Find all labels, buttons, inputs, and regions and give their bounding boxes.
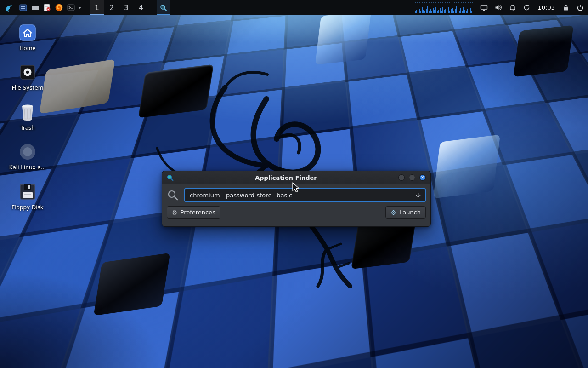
preferences-button-label: Preferences xyxy=(181,209,215,216)
panel-right-cluster: 10:03 xyxy=(415,0,588,15)
audio-visualizer[interactable] xyxy=(415,2,475,13)
home-icon xyxy=(18,22,37,43)
preferences-button[interactable]: ⚙ Preferences xyxy=(167,206,220,218)
titlebar[interactable]: Application Finder ✕ xyxy=(162,171,430,184)
search-icon xyxy=(167,189,179,201)
lock-screen-icon[interactable] xyxy=(561,0,571,15)
application-finder-window: Application Finder ✕ chromium --password… xyxy=(162,171,431,227)
floppy-disk-icon xyxy=(18,181,37,202)
taskbar-application-finder[interactable] xyxy=(157,0,170,15)
gear-icon: ⚙ xyxy=(172,209,178,216)
minimize-button[interactable] xyxy=(398,174,405,181)
workspace-switcher: 1 2 3 4 xyxy=(90,0,148,15)
visualizer-bars xyxy=(415,4,472,13)
window-title: Application Finder xyxy=(174,174,398,181)
kali-menu-icon[interactable] xyxy=(2,0,17,15)
desktop-icon-label: Kali Linux a... xyxy=(9,164,46,171)
desktop-icon-kali-docs[interactable]: Kali Linux a... xyxy=(5,141,51,171)
dialog-body: chromium --password-store=basic ⚙ Prefer… xyxy=(162,184,430,223)
file-manager-icon[interactable] xyxy=(17,0,29,15)
terminal-icon[interactable] xyxy=(65,0,77,15)
desktop-icon-column: Home File System Trash xyxy=(5,22,51,221)
desktop-icon-home[interactable]: Home xyxy=(5,22,51,52)
notifications-bell-icon[interactable] xyxy=(508,0,518,15)
firefox-icon[interactable] xyxy=(53,0,65,15)
text-caret xyxy=(293,191,293,199)
workspace-3[interactable]: 3 xyxy=(119,0,134,15)
search-input-value: chromium --password-store=basic xyxy=(190,192,292,199)
panel-separator xyxy=(153,3,153,12)
desktop-screen: ▾ 1 2 3 4 xyxy=(0,0,588,368)
visualizer-dots xyxy=(415,2,475,3)
workspace-1[interactable]: 1 xyxy=(90,0,104,15)
launch-button[interactable]: ⚙ Launch xyxy=(385,206,426,218)
updates-icon[interactable] xyxy=(522,0,532,15)
desktop-icon-floppy-disk[interactable]: Floppy Disk xyxy=(5,181,51,211)
application-finder-icon xyxy=(167,174,174,181)
search-row: chromium --password-store=basic xyxy=(167,188,426,202)
panel-left-cluster: ▾ 1 2 3 4 xyxy=(0,0,170,15)
desktop-icon-trash[interactable]: Trash xyxy=(5,102,51,131)
top-panel: ▾ 1 2 3 4 xyxy=(0,0,588,15)
terminal-menu-chevron-icon[interactable]: ▾ xyxy=(77,0,83,15)
desktop-icon-label: Trash xyxy=(20,125,35,131)
trash-icon xyxy=(18,102,37,123)
kali-docs-icon xyxy=(18,141,37,162)
desktop-icon-label: File System xyxy=(12,85,44,91)
file-system-folder-icon[interactable] xyxy=(29,0,41,15)
file-system-icon xyxy=(18,62,37,83)
workspace-2[interactable]: 2 xyxy=(104,0,119,15)
launch-button-label: Launch xyxy=(399,209,421,216)
display-icon[interactable] xyxy=(479,0,489,15)
desktop-icon-label: Floppy Disk xyxy=(11,204,44,211)
text-editor-icon[interactable] xyxy=(41,0,53,15)
window-controls: ✕ xyxy=(398,174,426,181)
entry-dropdown-arrow-icon[interactable] xyxy=(415,192,422,199)
maximize-button[interactable] xyxy=(409,174,415,181)
close-button[interactable]: ✕ xyxy=(419,174,426,181)
panel-clock[interactable]: 10:03 xyxy=(536,4,557,11)
volume-icon[interactable] xyxy=(493,0,503,15)
button-row: ⚙ Preferences ⚙ Launch xyxy=(167,206,426,218)
workspace-4[interactable]: 4 xyxy=(134,0,148,15)
desktop-icon-file-system[interactable]: File System xyxy=(5,62,51,91)
launch-icon: ⚙ xyxy=(390,209,396,216)
search-input[interactable]: chromium --password-store=basic xyxy=(184,188,426,202)
logout-power-icon[interactable] xyxy=(575,0,585,15)
desktop-icon-label: Home xyxy=(19,45,35,52)
